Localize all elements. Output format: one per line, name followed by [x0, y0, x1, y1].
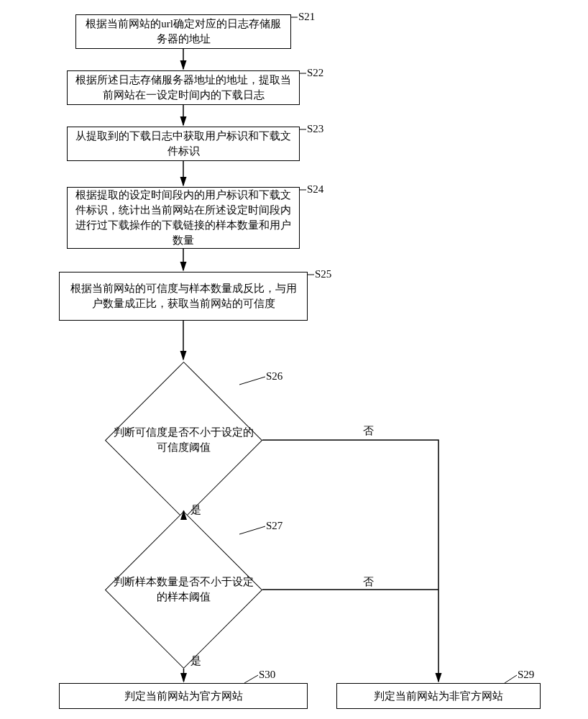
label-s24: S24	[307, 183, 323, 196]
decision-s27	[105, 511, 262, 669]
step-s22-text: 根据所述日志存储服务器地址的地址，提取当前网站在一设定时间内的下载日志	[73, 73, 293, 103]
step-s25-text: 根据当前网站的可信度与样本数量成反比，与用户数量成正比，获取当前网站的可信度	[65, 281, 301, 311]
label-s27: S27	[266, 520, 282, 532]
step-s21: 根据当前网站的url确定对应的日志存储服务器的地址	[75, 14, 291, 49]
svg-line-22	[239, 526, 265, 534]
step-s23-text: 从提取到的下载日志中获取用户标识和下载文件标识	[73, 129, 293, 159]
label-s22: S22	[307, 67, 323, 79]
label-s25: S25	[315, 268, 331, 280]
step-s30: 判定当前网站为官方网站	[59, 683, 308, 709]
flowchart-connectors	[0, 0, 588, 719]
edge-s26-no: 否	[363, 424, 374, 438]
step-s24: 根据提取的设定时间段内的用户标识和下载文件标识，统计出当前网站在所述设定时间段内…	[67, 187, 300, 249]
decision-s26	[105, 362, 262, 519]
label-s26: S26	[266, 370, 282, 383]
label-s29: S29	[518, 669, 534, 681]
step-s29: 判定当前网站为非官方网站	[336, 683, 541, 709]
svg-line-24	[505, 675, 517, 683]
step-s22: 根据所述日志存储服务器地址的地址，提取当前网站在一设定时间内的下载日志	[67, 70, 300, 105]
svg-line-21	[239, 377, 265, 385]
edge-s27-no: 否	[363, 575, 374, 589]
label-s21: S21	[298, 11, 315, 23]
step-s25: 根据当前网站的可信度与样本数量成反比，与用户数量成正比，获取当前网站的可信度	[59, 272, 308, 321]
edge-s27-yes: 是	[190, 654, 201, 668]
step-s21-text: 根据当前网站的url确定对应的日志存储服务器的地址	[82, 17, 285, 47]
label-s23: S23	[307, 123, 323, 135]
step-s30-text: 判定当前网站为官方网站	[124, 689, 243, 704]
step-s23: 从提取到的下载日志中获取用户标识和下载文件标识	[67, 127, 300, 161]
label-s30: S30	[259, 669, 275, 681]
edge-s26-yes: 是	[190, 503, 201, 517]
step-s29-text: 判定当前网站为非官方网站	[374, 689, 503, 704]
step-s24-text: 根据提取的设定时间段内的用户标识和下载文件标识，统计出当前网站在所述设定时间段内…	[73, 188, 293, 248]
svg-line-23	[244, 675, 258, 683]
